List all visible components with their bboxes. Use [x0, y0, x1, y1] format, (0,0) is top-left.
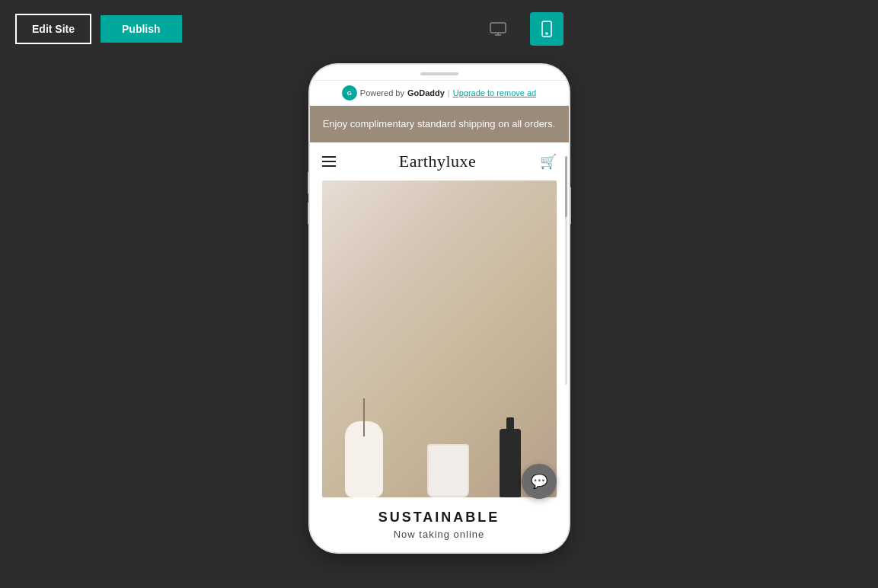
godaddy-brand-text: GoDaddy	[407, 88, 445, 97]
chat-button[interactable]: 💬	[522, 464, 557, 499]
phone-top-bar	[310, 65, 569, 80]
toolbar: Edit Site Publish	[0, 0, 878, 57]
phone-wrapper: G Powered by GoDaddy | Upgrade to remove…	[310, 65, 569, 552]
sustainable-headline: SUSTAINABLE	[322, 510, 557, 526]
edit-site-button[interactable]: Edit Site	[15, 14, 91, 44]
hamburger-line-3	[322, 165, 336, 167]
hamburger-menu-button[interactable]	[322, 156, 336, 167]
desktop-view-button[interactable]	[481, 12, 515, 46]
chat-icon: 💬	[531, 473, 548, 490]
svg-rect-0	[490, 23, 506, 33]
godaddy-bar: G Powered by GoDaddy | Upgrade to remove…	[310, 81, 569, 106]
site-header: Earthyluxe 🛒	[310, 142, 569, 181]
phone-mockup: G Powered by GoDaddy | Upgrade to remove…	[310, 65, 569, 552]
svg-point-2	[546, 33, 548, 34]
hamburger-line-1	[322, 156, 336, 158]
phone-speaker	[420, 72, 458, 75]
scrollbar[interactable]	[565, 156, 567, 385]
site-bottom-section: SUSTAINABLE Now taking online	[310, 497, 569, 552]
hero-vase-decoration	[345, 421, 383, 497]
hamburger-line-2	[322, 161, 336, 162]
hero-bottle-decoration	[500, 429, 521, 497]
upgrade-link[interactable]: Upgrade to remove ad	[453, 88, 536, 97]
tagline-text: Now taking online	[322, 529, 557, 540]
hero-image	[322, 181, 557, 498]
mobile-view-button[interactable]	[530, 12, 564, 46]
powered-by-text: Powered by	[360, 88, 404, 97]
publish-button[interactable]: Publish	[101, 15, 182, 43]
separator: |	[448, 88, 450, 97]
godaddy-logo-icon: G	[342, 85, 357, 101]
shipping-banner: Enjoy complimentary standard shipping on…	[310, 106, 569, 142]
preview-area: G Powered by GoDaddy | Upgrade to remove…	[0, 57, 878, 552]
site-title: Earthyluxe	[399, 152, 477, 171]
device-switcher	[182, 12, 863, 46]
cart-icon[interactable]: 🛒	[540, 153, 557, 170]
hero-cup-decoration	[427, 444, 469, 497]
shipping-banner-text: Enjoy complimentary standard shipping on…	[323, 118, 556, 129]
scrollbar-thumb[interactable]	[565, 156, 567, 217]
